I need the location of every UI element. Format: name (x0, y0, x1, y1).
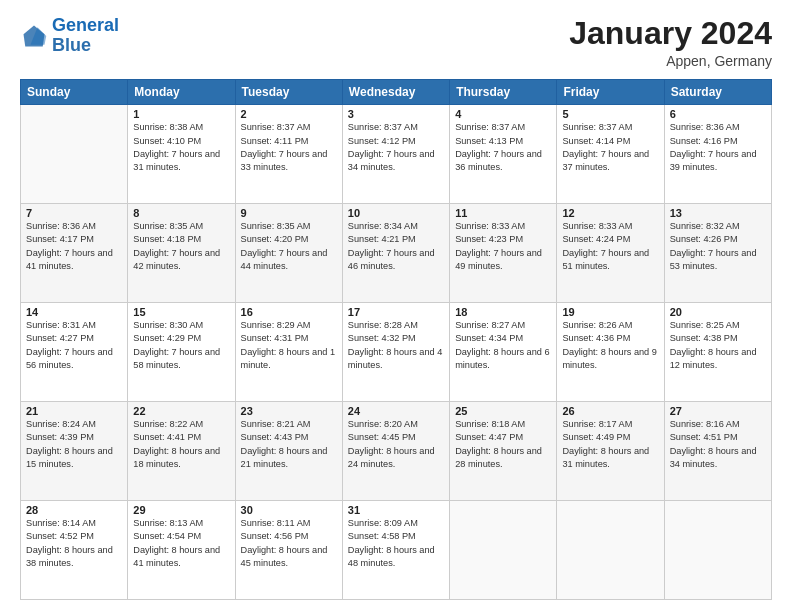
day-number: 3 (348, 108, 444, 120)
cell-info: Sunrise: 8:14 AMSunset: 4:52 PMDaylight:… (26, 517, 122, 570)
calendar-cell: 15Sunrise: 8:30 AMSunset: 4:29 PMDayligh… (128, 303, 235, 402)
calendar-cell: 21Sunrise: 8:24 AMSunset: 4:39 PMDayligh… (21, 402, 128, 501)
logo-line1: General (52, 15, 119, 35)
calendar-cell: 7Sunrise: 8:36 AMSunset: 4:17 PMDaylight… (21, 204, 128, 303)
calendar-cell: 3Sunrise: 8:37 AMSunset: 4:12 PMDaylight… (342, 105, 449, 204)
calendar-cell: 1Sunrise: 8:38 AMSunset: 4:10 PMDaylight… (128, 105, 235, 204)
cell-info: Sunrise: 8:28 AMSunset: 4:32 PMDaylight:… (348, 319, 444, 372)
cell-info: Sunrise: 8:35 AMSunset: 4:18 PMDaylight:… (133, 220, 229, 273)
calendar-cell: 31Sunrise: 8:09 AMSunset: 4:58 PMDayligh… (342, 501, 449, 600)
calendar: SundayMondayTuesdayWednesdayThursdayFrid… (20, 79, 772, 600)
calendar-cell: 24Sunrise: 8:20 AMSunset: 4:45 PMDayligh… (342, 402, 449, 501)
cell-info: Sunrise: 8:33 AMSunset: 4:23 PMDaylight:… (455, 220, 551, 273)
calendar-cell (21, 105, 128, 204)
calendar-cell: 13Sunrise: 8:32 AMSunset: 4:26 PMDayligh… (664, 204, 771, 303)
cell-info: Sunrise: 8:27 AMSunset: 4:34 PMDaylight:… (455, 319, 551, 372)
calendar-cell: 14Sunrise: 8:31 AMSunset: 4:27 PMDayligh… (21, 303, 128, 402)
day-number: 2 (241, 108, 337, 120)
calendar-cell (664, 501, 771, 600)
day-number: 10 (348, 207, 444, 219)
calendar-cell: 20Sunrise: 8:25 AMSunset: 4:38 PMDayligh… (664, 303, 771, 402)
calendar-cell: 4Sunrise: 8:37 AMSunset: 4:13 PMDaylight… (450, 105, 557, 204)
calendar-cell: 22Sunrise: 8:22 AMSunset: 4:41 PMDayligh… (128, 402, 235, 501)
cell-info: Sunrise: 8:30 AMSunset: 4:29 PMDaylight:… (133, 319, 229, 372)
cell-info: Sunrise: 8:38 AMSunset: 4:10 PMDaylight:… (133, 121, 229, 174)
day-number: 17 (348, 306, 444, 318)
cell-info: Sunrise: 8:16 AMSunset: 4:51 PMDaylight:… (670, 418, 766, 471)
cell-info: Sunrise: 8:36 AMSunset: 4:17 PMDaylight:… (26, 220, 122, 273)
cell-info: Sunrise: 8:26 AMSunset: 4:36 PMDaylight:… (562, 319, 658, 372)
day-number: 12 (562, 207, 658, 219)
logo-icon (20, 22, 48, 50)
calendar-cell: 26Sunrise: 8:17 AMSunset: 4:49 PMDayligh… (557, 402, 664, 501)
calendar-cell: 11Sunrise: 8:33 AMSunset: 4:23 PMDayligh… (450, 204, 557, 303)
day-number: 19 (562, 306, 658, 318)
cell-info: Sunrise: 8:37 AMSunset: 4:11 PMDaylight:… (241, 121, 337, 174)
day-number: 4 (455, 108, 551, 120)
calendar-cell: 6Sunrise: 8:36 AMSunset: 4:16 PMDaylight… (664, 105, 771, 204)
day-number: 30 (241, 504, 337, 516)
cell-info: Sunrise: 8:37 AMSunset: 4:13 PMDaylight:… (455, 121, 551, 174)
logo-text: General Blue (52, 16, 119, 56)
cell-info: Sunrise: 8:29 AMSunset: 4:31 PMDaylight:… (241, 319, 337, 372)
calendar-week-row: 14Sunrise: 8:31 AMSunset: 4:27 PMDayligh… (21, 303, 772, 402)
header: General Blue January 2024 Appen, Germany (20, 16, 772, 69)
calendar-day-header: Saturday (664, 80, 771, 105)
cell-info: Sunrise: 8:33 AMSunset: 4:24 PMDaylight:… (562, 220, 658, 273)
title-block: January 2024 Appen, Germany (569, 16, 772, 69)
day-number: 20 (670, 306, 766, 318)
calendar-header-row: SundayMondayTuesdayWednesdayThursdayFrid… (21, 80, 772, 105)
calendar-cell: 28Sunrise: 8:14 AMSunset: 4:52 PMDayligh… (21, 501, 128, 600)
day-number: 18 (455, 306, 551, 318)
calendar-cell: 23Sunrise: 8:21 AMSunset: 4:43 PMDayligh… (235, 402, 342, 501)
calendar-week-row: 28Sunrise: 8:14 AMSunset: 4:52 PMDayligh… (21, 501, 772, 600)
day-number: 16 (241, 306, 337, 318)
day-number: 11 (455, 207, 551, 219)
calendar-day-header: Friday (557, 80, 664, 105)
cell-info: Sunrise: 8:17 AMSunset: 4:49 PMDaylight:… (562, 418, 658, 471)
day-number: 14 (26, 306, 122, 318)
calendar-cell: 17Sunrise: 8:28 AMSunset: 4:32 PMDayligh… (342, 303, 449, 402)
calendar-day-header: Tuesday (235, 80, 342, 105)
cell-info: Sunrise: 8:37 AMSunset: 4:12 PMDaylight:… (348, 121, 444, 174)
logo-line2: Blue (52, 36, 119, 56)
cell-info: Sunrise: 8:22 AMSunset: 4:41 PMDaylight:… (133, 418, 229, 471)
calendar-cell: 25Sunrise: 8:18 AMSunset: 4:47 PMDayligh… (450, 402, 557, 501)
cell-info: Sunrise: 8:36 AMSunset: 4:16 PMDaylight:… (670, 121, 766, 174)
day-number: 23 (241, 405, 337, 417)
day-number: 9 (241, 207, 337, 219)
day-number: 24 (348, 405, 444, 417)
calendar-cell: 30Sunrise: 8:11 AMSunset: 4:56 PMDayligh… (235, 501, 342, 600)
calendar-day-header: Wednesday (342, 80, 449, 105)
cell-info: Sunrise: 8:13 AMSunset: 4:54 PMDaylight:… (133, 517, 229, 570)
month-title: January 2024 (569, 16, 772, 51)
day-number: 29 (133, 504, 229, 516)
calendar-cell: 12Sunrise: 8:33 AMSunset: 4:24 PMDayligh… (557, 204, 664, 303)
location: Appen, Germany (569, 53, 772, 69)
calendar-day-header: Monday (128, 80, 235, 105)
cell-info: Sunrise: 8:24 AMSunset: 4:39 PMDaylight:… (26, 418, 122, 471)
calendar-cell: 2Sunrise: 8:37 AMSunset: 4:11 PMDaylight… (235, 105, 342, 204)
cell-info: Sunrise: 8:32 AMSunset: 4:26 PMDaylight:… (670, 220, 766, 273)
calendar-week-row: 7Sunrise: 8:36 AMSunset: 4:17 PMDaylight… (21, 204, 772, 303)
day-number: 21 (26, 405, 122, 417)
day-number: 8 (133, 207, 229, 219)
day-number: 26 (562, 405, 658, 417)
day-number: 5 (562, 108, 658, 120)
calendar-day-header: Sunday (21, 80, 128, 105)
calendar-cell: 5Sunrise: 8:37 AMSunset: 4:14 PMDaylight… (557, 105, 664, 204)
calendar-cell: 19Sunrise: 8:26 AMSunset: 4:36 PMDayligh… (557, 303, 664, 402)
cell-info: Sunrise: 8:35 AMSunset: 4:20 PMDaylight:… (241, 220, 337, 273)
day-number: 1 (133, 108, 229, 120)
day-number: 27 (670, 405, 766, 417)
calendar-cell: 18Sunrise: 8:27 AMSunset: 4:34 PMDayligh… (450, 303, 557, 402)
logo: General Blue (20, 16, 119, 56)
cell-info: Sunrise: 8:34 AMSunset: 4:21 PMDaylight:… (348, 220, 444, 273)
page: General Blue January 2024 Appen, Germany… (0, 0, 792, 612)
cell-info: Sunrise: 8:11 AMSunset: 4:56 PMDaylight:… (241, 517, 337, 570)
cell-info: Sunrise: 8:18 AMSunset: 4:47 PMDaylight:… (455, 418, 551, 471)
day-number: 6 (670, 108, 766, 120)
calendar-cell: 10Sunrise: 8:34 AMSunset: 4:21 PMDayligh… (342, 204, 449, 303)
calendar-cell (450, 501, 557, 600)
day-number: 25 (455, 405, 551, 417)
